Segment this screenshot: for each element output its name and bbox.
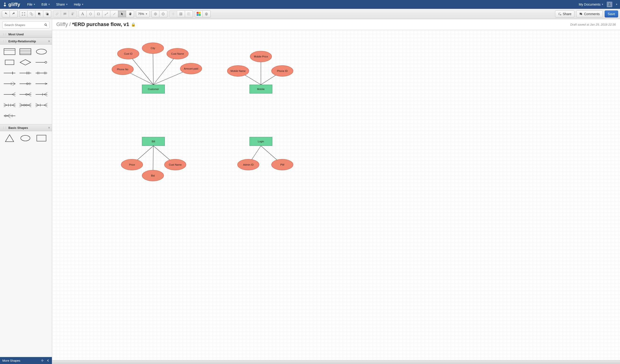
shape-rel-many[interactable] [3,91,16,98]
zoom-in-button[interactable] [152,11,159,17]
attribute-cust_name[interactable]: Cust Name [167,48,188,59]
collapse-icon[interactable] [41,359,44,362]
horizontal-scrollbar[interactable] [52,360,620,364]
chevron-left-icon[interactable] [46,359,49,362]
attribute-b_cust_name[interactable]: Cust Name [164,159,186,170]
section-basic-shapes[interactable]: ⋮⋮ Basic Shapes × [0,124,52,131]
save-status: Draft saved at Jan 29, 2018 22:36 [570,23,616,26]
shape-ellipse[interactable] [19,135,32,142]
shape-triangle[interactable] [3,135,16,142]
shape-rel-both-many-bar[interactable] [3,101,16,109]
redo-button[interactable] [10,11,18,17]
attribute-city[interactable]: City [142,43,164,54]
user-avatar[interactable] [607,2,612,7]
bring-front-button[interactable] [35,11,43,17]
svg-line-83 [44,103,47,105]
shape-rel-many-one[interactable] [35,69,48,77]
menu-help[interactable]: Help▼ [74,2,84,6]
group-button[interactable] [19,11,28,17]
svg-rect-4 [24,15,25,15]
line-tool-button[interactable] [110,11,118,17]
pan-tool-button[interactable] [126,11,134,17]
shape-rel-both-circle[interactable] [19,101,32,109]
attribute-cust_id[interactable]: Cust ID [117,48,139,59]
shape-rel-cross[interactable] [3,80,16,88]
logo[interactable]: gliffy [2,2,20,7]
attribute-phone_id[interactable]: Phone ID [271,65,293,76]
attribute-price[interactable]: Price [121,159,143,170]
shape-entity[interactable] [3,48,16,55]
more-shapes-link[interactable]: More Shapes [2,359,20,362]
shape-line-circle[interactable] [35,59,48,66]
search-icon[interactable] [44,23,47,27]
entity-login[interactable]: Login [249,137,272,146]
attribute-mobile_name[interactable]: Mobile Name [227,65,249,76]
shape-entity-rows[interactable] [19,48,32,55]
shape-attribute[interactable] [35,48,48,55]
shape-rectangle[interactable] [35,135,48,142]
entity-customer[interactable]: Customer [142,85,165,93]
undo-button[interactable] [2,11,10,17]
my-documents-link[interactable]: My Documents▼ [579,2,604,6]
menu-share[interactable]: Share▼ [56,2,68,6]
guides-button[interactable] [185,11,193,17]
menu-edit[interactable]: Edit▼ [41,2,50,6]
canvas[interactable]: CustomerMobileBillLoginPhone NoCust IDCi… [52,30,620,360]
shape-rel-one-one[interactable] [19,69,32,77]
section-entity-relationship[interactable]: ⋮⋮ Entity-Relationship × [0,38,52,45]
shape-rect[interactable] [3,59,16,66]
shape-rel-one[interactable] [3,69,16,77]
document-title[interactable]: *ERD purchase flow, v1 [72,21,129,28]
theme-button[interactable] [195,11,203,17]
svg-rect-2 [24,12,25,13]
entity-bill[interactable]: Bill [142,137,165,146]
ellipse-tool-button[interactable] [87,11,94,17]
rect-tool-button[interactable] [94,11,102,17]
attribute-pw[interactable]: PW [271,159,293,170]
shape-rel-many-bar[interactable] [35,91,48,98]
caret-down-icon: ▼ [33,3,35,6]
zoom-out-button[interactable] [159,11,167,17]
shape-rel-mixed[interactable] [35,101,48,109]
pointer-tool-button[interactable] [118,11,126,17]
popup-button[interactable] [69,11,77,17]
shape-rel-circle-many[interactable] [3,112,16,120]
shape-rel-dash[interactable] [35,80,48,88]
search-input[interactable] [4,23,44,27]
attribute-bid[interactable]: Bid [142,170,164,181]
shape-rel-circle-one[interactable] [19,80,32,88]
bring-front-icon [37,12,41,16]
comments-button[interactable]: Comments [576,11,603,17]
close-icon[interactable]: × [48,126,50,130]
snap-button[interactable] [169,11,177,17]
note-button[interactable] [61,11,69,17]
caret-down-icon[interactable]: ▼ [616,3,618,6]
menu-file[interactable]: File▼ [27,2,35,6]
popup-icon [71,12,75,16]
attribute-admin_id[interactable]: Admin ID [237,159,259,170]
breadcrumb[interactable]: Gliffy / [56,21,71,28]
send-back-button[interactable] [43,11,51,17]
link-button[interactable] [53,11,61,17]
text-tool-button[interactable]: A [79,11,87,17]
grid-button[interactable] [177,11,185,17]
attribute-amount_paid[interactable]: Amount paid [180,63,202,74]
grip-icon: ⋮⋮ [2,126,6,129]
main: ⋮⋮ Most Used ⋮⋮ Entity-Relationship × [0,19,620,364]
ungroup-button[interactable] [28,11,35,17]
attribute-phone_no[interactable]: Phone No [112,64,134,75]
zoom-select[interactable]: 75% ▼ [136,11,150,17]
connector-tool-button[interactable] [102,11,110,17]
shape-relationship[interactable] [19,59,32,66]
entity-mobile[interactable]: Mobile [249,85,272,93]
attribute-mobile_price[interactable]: Mobile Price [250,51,272,62]
layers-button[interactable] [203,11,211,17]
close-icon[interactable]: × [48,39,50,43]
share-button[interactable]: Share [555,11,574,17]
save-button[interactable]: Save [605,11,618,17]
section-most-used[interactable]: ⋮⋮ Most Used [0,31,52,38]
svg-rect-0 [22,13,25,15]
svg-point-91 [21,135,30,141]
shape-rel-many-circle[interactable] [19,91,32,98]
lock-icon[interactable]: 🔒 [131,22,136,27]
